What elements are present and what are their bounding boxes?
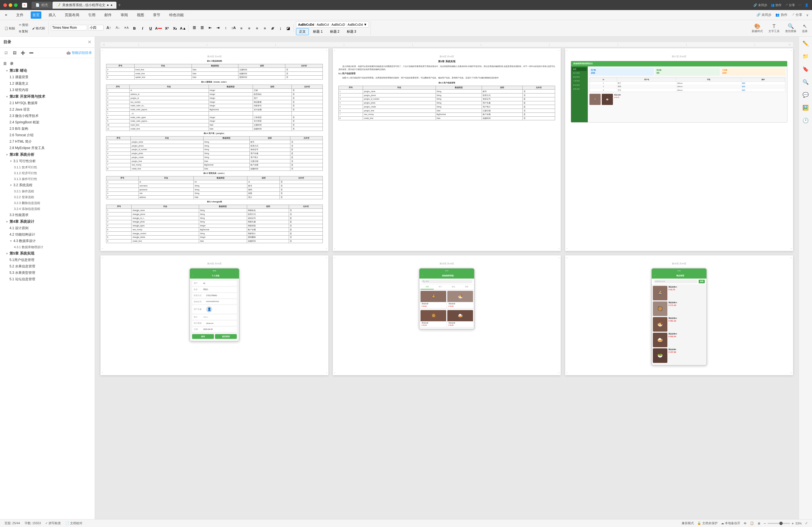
toc-check-all[interactable]: ☑ (3, 49, 10, 56)
page-3[interactable]: 第27页 共44页 美食推荐系统管理后台 首页 用户管理 商品管理 订单管理 评… (565, 48, 793, 251)
toc-1-1[interactable]: 1.1 课题背景 (0, 74, 95, 80)
select-button[interactable]: ↖ 选择 (800, 23, 809, 34)
font-size-input[interactable] (88, 25, 104, 30)
find-replace-button[interactable]: 🔍 查找替换 (784, 23, 798, 34)
eye-icon[interactable]: 👁 (743, 522, 746, 525)
toc-5-2[interactable]: 5.2 水果信息管理 (0, 263, 95, 270)
menu-layout[interactable]: 页面布局 (63, 12, 81, 19)
toc-ch5[interactable]: ▼ 第5章 系统实现 (0, 250, 95, 257)
menu-home[interactable]: 首页 (31, 12, 41, 19)
toc-3-2-4[interactable]: 3.2.4 添加信息流程 (0, 206, 95, 212)
rp-search-icon[interactable]: 🔍 (801, 77, 810, 87)
toc-3-1[interactable]: ▼ 3.1 可行性分析 (0, 158, 95, 164)
tab-add-button[interactable]: + (118, 2, 121, 8)
toc-2-4[interactable]: 2.4 SpringBoot 框架 (0, 119, 95, 126)
rp-edit-icon[interactable]: ✏️ (801, 39, 810, 48)
toc-4-1[interactable]: 4.1 设计原则 (0, 225, 95, 231)
zoom-in-btn[interactable]: + (792, 521, 794, 526)
style-heading1[interactable]: 标题 1 (310, 28, 325, 35)
zoom-slider[interactable] (768, 523, 790, 524)
zoom-out-btn[interactable]: − (764, 521, 766, 526)
font-size-increase-button[interactable]: A↑ (105, 25, 113, 31)
toc-remove[interactable]: ➖ (28, 49, 34, 56)
style-heading3[interactable]: 标题 3 (344, 28, 359, 35)
form-login-btn[interactable]: 返回登录 (215, 334, 237, 339)
sidebar-close-button[interactable]: ✕ (88, 39, 91, 45)
menu-features[interactable]: 特色功能 (168, 12, 185, 19)
rp-image-icon[interactable]: 🖼️ (801, 103, 810, 113)
rp-comment-icon[interactable]: 💬 (801, 90, 810, 100)
backup-status[interactable]: ☁ 本地备份开 (721, 521, 740, 525)
doc-check-btn[interactable]: 📄 文档校对 (66, 521, 82, 525)
align-justify-button[interactable]: ≡ (261, 25, 269, 32)
clear-format-button[interactable]: ✕A (122, 25, 130, 30)
toc-3-1-1[interactable]: 3.1.1 技术可行性 (0, 164, 95, 170)
spell-check-btn[interactable]: ✓ 拼写检查 (45, 521, 61, 525)
view-mode[interactable]: 兼容模式 (682, 521, 694, 525)
page-1[interactable]: 第25页 共44页 表4-3 商品表结构 序号列名数据类型说明允许空 4inse… (101, 48, 328, 251)
subscript-button[interactable]: X₂ (171, 25, 178, 32)
line-spacing-button[interactable]: ↨ (277, 25, 284, 32)
toc-2-2[interactable]: 2.2 Java 语言 (0, 106, 95, 113)
shading-button[interactable]: ◪ (285, 25, 292, 32)
toc-image[interactable]: 🖼 (11, 49, 18, 56)
share-btn[interactable]: ↗ 分享 (785, 3, 795, 7)
more-btn[interactable]: ⋯ (798, 3, 801, 7)
toc-ch4[interactable]: ▼ 第4章 系统设计 (0, 218, 95, 225)
text-tools-button[interactable]: T 文字工具 (767, 23, 781, 34)
toc-3-2-2[interactable]: 3.2.2 登录流程 (0, 194, 95, 200)
toc-add[interactable]: ➕ (19, 49, 26, 56)
fit-page-btn[interactable]: ⤢ (805, 522, 808, 525)
cut-button[interactable]: ✂ 剪切 (17, 22, 30, 28)
protection-status[interactable]: 🔓 文档未保护 (697, 521, 717, 525)
font-size-decrease-button[interactable]: A↓ (114, 25, 121, 30)
user-avatar[interactable]: 👤 (805, 3, 809, 7)
superscript-button[interactable]: X² (163, 25, 170, 32)
menu-mail[interactable]: 邮件 (103, 12, 113, 19)
toc-ch2[interactable]: ▼ 第2章 开发环境与技术 (0, 93, 95, 100)
menu-reference[interactable]: 引用 (87, 12, 97, 19)
tab-doc2[interactable]: 📝 美食推荐系统...信小程序论文 ● ● (53, 2, 117, 9)
menu-file[interactable]: 文件 (15, 12, 25, 19)
text-direction-button[interactable]: ↕ (222, 24, 229, 31)
toc-4-3-1[interactable]: 4.3.1 数据库物理设计 (0, 244, 95, 250)
align-left-button[interactable]: ≡ (237, 25, 245, 32)
toc-1-2[interactable]: 1.2 课题意义 (0, 80, 95, 87)
menu-sync[interactable]: 🔗 未同步 (756, 13, 771, 17)
form-submit-btn[interactable]: 保存 (192, 334, 214, 339)
style-normal[interactable]: 正文 (296, 28, 309, 35)
menu-view[interactable]: 视图 (135, 12, 146, 19)
bold-button[interactable]: B (131, 25, 138, 32)
paste-button[interactable]: 📋 粘贴 (3, 25, 17, 31)
list-bullet-button[interactable]: ☰ (191, 24, 198, 31)
screen-icon[interactable]: 🖥 (757, 522, 760, 525)
toc-3-1-3[interactable]: 3.1.3 操作可行性 (0, 176, 95, 182)
toc-1-3[interactable]: 1.3 研究内容 (0, 87, 95, 93)
new-style-button[interactable]: 🎨 新建样式 (750, 23, 765, 34)
toc-2-1[interactable]: 2.1 MYSQL 数据库 (0, 100, 95, 106)
toc-2-5[interactable]: 2.5 B/S 架构 (0, 126, 95, 132)
collaborate-btn[interactable]: 👥 协作 (771, 3, 782, 7)
highlight-button[interactable]: A▲ (179, 25, 187, 32)
rp-folder-icon[interactable]: 📁 (801, 52, 810, 61)
toc-3-2-3[interactable]: 3.2.3 删除信息流程 (0, 200, 95, 206)
align-right-button[interactable]: ≡ (253, 25, 261, 32)
menu-insert[interactable]: 插入 (47, 12, 58, 19)
page-5[interactable]: 第29页 共44页 9:41 ← 美食推荐系统 🔍搜索 (333, 255, 561, 375)
align-center-button[interactable]: ≡ (245, 25, 253, 32)
page-6[interactable]: 第30页 共44页 9:41 ← 商品管理 搜索商品名称 搜索 (565, 255, 793, 375)
p6-search-btn[interactable]: 搜索 (699, 280, 705, 283)
toc-2-8[interactable]: 2.8 MyEclipse 开发工具 (0, 145, 95, 151)
toc-5-1b[interactable]: 5.1 论坛信息管理 (0, 276, 95, 282)
toc-4-2[interactable]: 4.2 功能结构设计 (0, 231, 95, 238)
italic-button[interactable]: I (139, 25, 146, 32)
toc-3-2-1[interactable]: 3.2.1 操作流程 (0, 188, 95, 194)
styles-more-button[interactable]: ▼ (364, 23, 367, 27)
toc-4-3[interactable]: ▼ 4.3 数据库设计 (0, 238, 95, 244)
font-name-input[interactable] (51, 25, 87, 30)
format-painter-button[interactable]: 🖌 格式刷 (30, 25, 47, 31)
font-color-button[interactable]: A (155, 25, 162, 32)
toc-2-3[interactable]: 2.3 微信小程序技术 (0, 113, 95, 119)
toc-ch3[interactable]: ▼ 第3章 系统分析 (0, 151, 95, 158)
list-number-button[interactable]: ☰ (199, 24, 206, 31)
